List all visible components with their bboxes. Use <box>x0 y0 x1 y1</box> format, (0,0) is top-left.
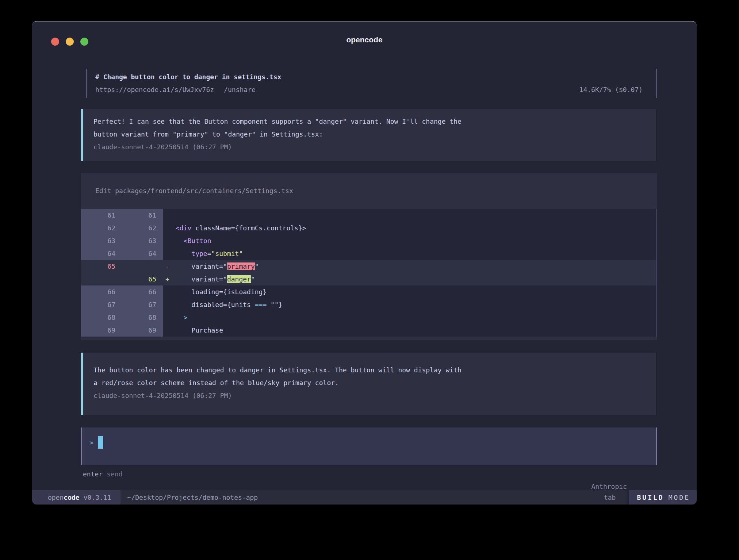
diff-row: 6767 disabled={units === ""} <box>81 298 656 311</box>
app-name-dim: open <box>48 494 64 501</box>
diff-row: 6969 Purchase <box>81 324 656 337</box>
message-text: The button color has been changed to dan… <box>93 364 656 376</box>
message-text: a red/rose color scheme instead of the b… <box>93 376 656 389</box>
working-directory: ~/Desktop/Projects/demo-notes-app <box>127 494 258 501</box>
prompt-symbol: > <box>89 436 93 449</box>
input-hint-row: enter send Anthropic Claude Sonnet 4 <box>81 468 657 480</box>
session-header: # Change button color to danger in setti… <box>86 69 657 98</box>
opencode-window: opencode # Change button color to danger… <box>32 21 697 505</box>
session-meta-row: https://opencode.ai/s/UwJxv76z /unshare … <box>95 83 643 96</box>
prompt-input[interactable]: > <box>81 427 657 465</box>
app-version: v0.3.11 <box>84 494 111 501</box>
session-content: # Change button color to danger in setti… <box>81 69 657 480</box>
mode-segment: BUILD MODE <box>627 490 697 505</box>
share-url-link[interactable]: https://opencode.ai/s/UwJxv76z <box>95 83 214 96</box>
model-indicator: Anthropic Claude Sonnet 4 <box>560 468 655 480</box>
app-name-bold: code <box>64 494 79 501</box>
enter-key-hint: enter <box>83 468 103 480</box>
window-title: opencode <box>32 22 697 44</box>
edit-tool-title: Edit packages/frontend/src/containers/Se… <box>81 184 657 197</box>
assistant-message: Perfect! I can see that the Button compo… <box>81 109 657 161</box>
traffic-lights <box>51 38 88 46</box>
diff-row: 6464 type="submit" <box>81 247 656 260</box>
session-title: # Change button color to danger in setti… <box>95 70 643 83</box>
diff-row: 6666 loading={isLoading} <box>81 285 656 298</box>
message-model-timestamp: claude-sonnet-4-20250514 (06:27 PM) <box>93 389 656 402</box>
close-button-icon[interactable] <box>51 38 59 46</box>
send-action-hint: send <box>107 468 122 480</box>
message-text: Perfect! I can see that the Button compo… <box>93 115 656 128</box>
mode-label-bold: BUILD <box>637 494 664 501</box>
diff-row: 6363 <Button <box>81 234 656 247</box>
app-version-segment: open code v0.3.11 <box>32 490 120 505</box>
edit-tool-call: Edit packages/frontend/src/containers/Se… <box>81 173 657 340</box>
context-usage-stats: 14.6K/7% ($0.07) <box>579 83 643 96</box>
diff-row: 6262<div className={formCs.controls}> <box>81 222 656 234</box>
unshare-command[interactable]: /unshare <box>224 83 256 96</box>
status-bar: open code v0.3.11 ~/Desktop/Projects/dem… <box>32 490 697 505</box>
provider-name: Anthropic <box>591 483 627 490</box>
diff-row: 6868 > <box>81 311 656 324</box>
status-bar-right: tab BUILD MODE <box>604 490 697 505</box>
mode-label: MODE <box>669 494 690 501</box>
diff-row: 65+ variant="danger" <box>81 273 656 285</box>
assistant-message: The button color has been changed to dan… <box>81 353 657 415</box>
tab-key-hint: tab <box>604 494 616 501</box>
diff-row: 65- variant="primary" <box>81 260 656 273</box>
diff-row: 6161 <box>81 209 656 222</box>
message-text: button variant from "primary" to "danger… <box>93 128 656 141</box>
message-model-timestamp: claude-sonnet-4-20250514 (06:27 PM) <box>93 141 656 153</box>
diff-view: 61616262<div className={formCs.controls}… <box>81 209 657 337</box>
maximize-button-icon[interactable] <box>80 38 88 46</box>
text-cursor <box>98 436 103 449</box>
window-titlebar: opencode <box>32 22 697 52</box>
minimize-button-icon[interactable] <box>66 38 74 46</box>
